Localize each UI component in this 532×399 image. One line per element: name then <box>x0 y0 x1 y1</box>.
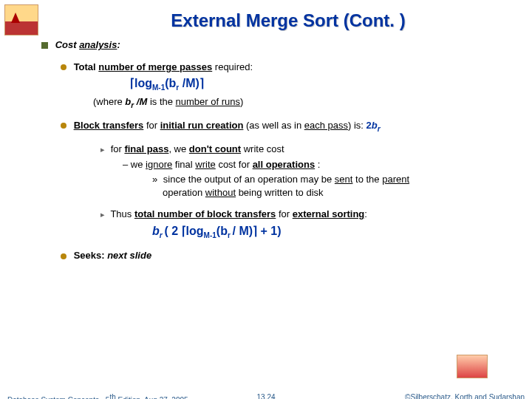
subsubitem-sent-parent: » since the output of an operation may b… <box>152 173 510 199</box>
subitem-ignore-write: – we ignore final write cost for all ope… <box>123 158 510 171</box>
item-seeks: Seeks: next slide <box>61 249 510 262</box>
square-bullet-icon <box>41 42 48 49</box>
item-block-transfers: Block transfers for initial run creation… <box>61 119 510 134</box>
circle-bullet-icon <box>61 123 66 129</box>
subitem-final-pass: ▸ for final pass, we don't count write c… <box>100 143 510 156</box>
item-merge-passes: Total number of merge passes required: <box>61 61 510 74</box>
formula-total: br ( 2 ⌈logM-1(br / M)⌉ + 1) <box>152 223 510 241</box>
heading-cost-analysis: Cost analysis: <box>41 38 510 52</box>
dash-bullet-icon: – <box>123 159 128 170</box>
footer-page-number: 13.24 <box>256 393 275 399</box>
sunset-icon <box>457 355 488 378</box>
footer-left: Database System Concepts - 5th Edition, … <box>7 393 190 399</box>
slide-content: Cost analysis: Total number of merge pas… <box>41 38 510 262</box>
footer-copyright: ©Silberschatz, Korth and Sudarshan <box>405 393 525 399</box>
subitem-total-transfers: ▸ Thus total number of block transfers f… <box>100 208 510 221</box>
slide: External Merge Sort (Cont. ) Cost analys… <box>0 0 532 399</box>
circle-bullet-icon <box>61 253 66 259</box>
circle-bullet-icon <box>61 64 66 70</box>
sailboat-icon <box>4 4 38 35</box>
note-where: (where br /M is the number of runs) <box>93 95 510 110</box>
formula-passes: ⌈logM-1(br /M)⌉ <box>130 75 510 93</box>
arrow-bullet-icon: ▸ <box>100 209 105 220</box>
slide-title: External Merge Sort (Cont. ) <box>59 10 517 31</box>
guillemet-bullet-icon: » <box>152 173 157 186</box>
arrow-bullet-icon: ▸ <box>100 144 105 155</box>
